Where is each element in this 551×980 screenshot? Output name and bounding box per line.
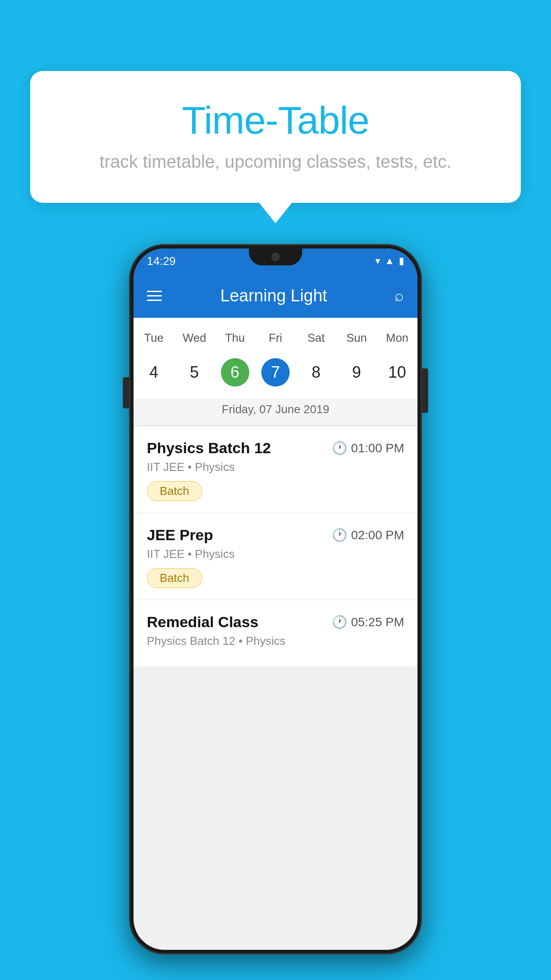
schedule-item-2-title: JEE Prep: [147, 526, 213, 544]
day-names: Tue Wed Thu Fri Sat Sun Mon: [134, 327, 417, 349]
menu-icon[interactable]: [147, 291, 162, 301]
tooltip-subtitle: track timetable, upcoming classes, tests…: [52, 152, 499, 172]
clock-icon-1: 🕐: [332, 441, 347, 455]
front-camera: [272, 253, 279, 261]
status-icons: ▾ ▲ ▮: [375, 255, 404, 267]
day-name-mon: Mon: [377, 331, 417, 345]
clock-icon-3: 🕐: [332, 615, 347, 629]
selected-date: Friday, 07 June 2019: [134, 398, 417, 425]
day-name-sat: Sat: [296, 331, 336, 345]
schedule-item-1-header: Physics Batch 12 🕐 01:00 PM: [147, 439, 404, 457]
app-title: Learning Light: [164, 286, 384, 305]
day-5[interactable]: 5: [174, 354, 214, 391]
batch-tag-2: Batch: [147, 568, 202, 588]
tooltip-card: Time-Table track timetable, upcoming cla…: [30, 71, 521, 203]
day-7[interactable]: 7: [255, 354, 295, 391]
phone-screen: 14:29 ▾ ▲ ▮ Learning Light ⌕: [134, 249, 417, 950]
battery-icon: ▮: [399, 255, 404, 267]
clock-icon-2: 🕐: [332, 528, 347, 542]
schedule-item-2[interactable]: JEE Prep 🕐 02:00 PM IIT JEE • Physics Ba…: [134, 513, 417, 600]
day-name-tue: Tue: [134, 331, 174, 345]
schedule-item-1-title: Physics Batch 12: [147, 439, 271, 457]
phone-outer: 14:29 ▾ ▲ ▮ Learning Light ⌕: [129, 244, 422, 954]
day-8[interactable]: 8: [296, 354, 336, 391]
schedule-item-2-time: 🕐 02:00 PM: [332, 528, 404, 542]
schedule-item-1-time: 🕐 01:00 PM: [332, 441, 404, 455]
day-numbers: 4 5 6 7 8 9 10: [134, 349, 417, 398]
day-10[interactable]: 10: [377, 354, 417, 391]
schedule-item-1[interactable]: Physics Batch 12 🕐 01:00 PM IIT JEE • Ph…: [134, 426, 417, 513]
app-bar: Learning Light ⌕: [134, 273, 417, 318]
batch-tag-1: Batch: [147, 481, 202, 501]
schedule-list: Physics Batch 12 🕐 01:00 PM IIT JEE • Ph…: [134, 426, 417, 667]
status-time: 14:29: [147, 254, 176, 268]
schedule-item-3-header: Remedial Class 🕐 05:25 PM: [147, 613, 404, 631]
day-6[interactable]: 6: [215, 354, 255, 391]
signal-icon: ▲: [385, 255, 394, 267]
phone-notch: [249, 249, 302, 265]
day-name-wed: Wed: [174, 331, 214, 345]
wifi-icon: ▾: [375, 255, 380, 267]
schedule-item-2-sub: IIT JEE • Physics: [147, 547, 404, 561]
day-9[interactable]: 9: [336, 354, 377, 391]
schedule-item-3-title: Remedial Class: [147, 613, 258, 631]
schedule-item-3[interactable]: Remedial Class 🕐 05:25 PM Physics Batch …: [134, 600, 417, 667]
day-name-thu: Thu: [215, 331, 255, 345]
schedule-item-2-header: JEE Prep 🕐 02:00 PM: [147, 526, 404, 544]
search-icon[interactable]: ⌕: [394, 286, 404, 305]
day-name-sun: Sun: [336, 331, 377, 345]
day-name-fri: Fri: [255, 331, 295, 345]
calendar-header: Tue Wed Thu Fri Sat Sun Mon 4 5 6 7 8 9 …: [134, 318, 417, 425]
day-4[interactable]: 4: [134, 354, 174, 391]
schedule-item-3-time: 🕐 05:25 PM: [332, 615, 404, 629]
phone-mockup: 14:29 ▾ ▲ ▮ Learning Light ⌕: [129, 244, 422, 954]
schedule-item-1-sub: IIT JEE • Physics: [147, 460, 404, 474]
schedule-item-3-sub: Physics Batch 12 • Physics: [147, 634, 404, 648]
tooltip-title: Time-Table: [52, 98, 499, 143]
